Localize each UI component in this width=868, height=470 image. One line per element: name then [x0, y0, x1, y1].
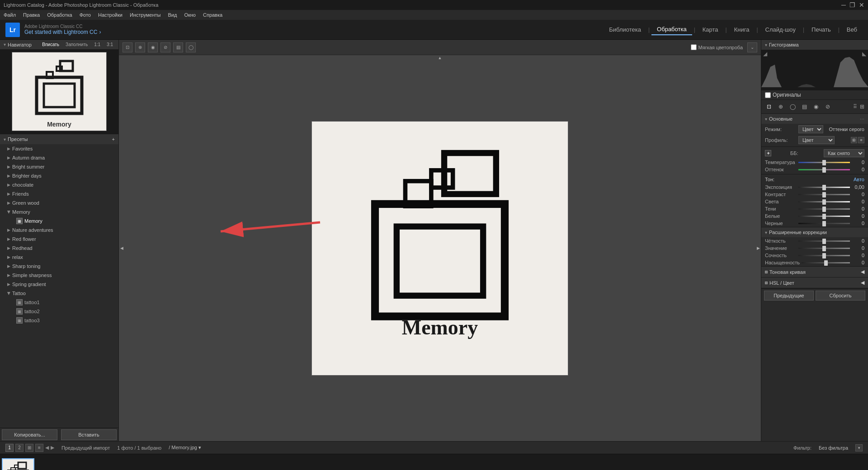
preset-group-autumn-header[interactable]: ▶ Autumn drama [0, 153, 118, 162]
highlights-slider[interactable] [798, 201, 850, 202]
preset-group-spring-header[interactable]: ▶ Spring gradient [0, 280, 118, 289]
nav-fill-btn[interactable]: Заполнить [64, 42, 90, 47]
blacks-slider[interactable] [798, 223, 850, 224]
nav-right-btn[interactable]: ▶ [51, 445, 54, 451]
exposure-slider[interactable] [798, 187, 850, 188]
top-panel-collapse[interactable]: ▲ [431, 55, 449, 61]
preset-group-friends-header[interactable]: ▶ Friends [0, 189, 118, 198]
nav-left-btn[interactable]: ◀ [45, 445, 49, 451]
close-button[interactable]: ✕ [859, 1, 864, 9]
nav-library[interactable]: Библиотека [604, 24, 646, 35]
temp-slider[interactable] [798, 162, 850, 163]
preset-group-sharp-toning-header[interactable]: ▶ Sharp toning [0, 262, 118, 271]
preset-item-tattoo2[interactable]: ▦ tattoo2 [0, 307, 118, 316]
preset-item-tattoo1[interactable]: ▦ tattoo1 [0, 298, 118, 307]
rt-brush-icon[interactable]: ◯ [788, 102, 797, 112]
minimize-button[interactable]: ─ [841, 1, 846, 9]
rt-gradient-icon[interactable]: ▤ [799, 102, 809, 112]
hist-left-arrow[interactable]: ◢ [763, 51, 767, 57]
profile-select[interactable]: Цвет [798, 136, 835, 144]
nav-slideshow[interactable]: Слайд-шоу [760, 24, 801, 35]
restore-button[interactable]: ❐ [849, 1, 855, 9]
crop-tool[interactable]: ⊡ [123, 42, 132, 52]
menu-settings[interactable]: Настройки [98, 12, 123, 18]
preset-group-greenwood-header[interactable]: ▶ Green wood [0, 198, 118, 207]
sat2-slider[interactable] [802, 262, 850, 263]
nav-book[interactable]: Книга [729, 24, 755, 35]
clarity-slider[interactable] [798, 240, 850, 242]
soft-proof-checkbox[interactable] [691, 44, 697, 50]
preset-group-nature-header[interactable]: ▶ Nature adventures [0, 226, 118, 235]
preset-group-tattoo-header[interactable]: ▶ Tattoo [0, 289, 118, 298]
filter-value[interactable]: Без фильтра [819, 445, 848, 451]
hsl-header[interactable]: HSL / Цвет ◀ [761, 277, 868, 288]
contrast-slider[interactable] [798, 194, 850, 195]
view1-btn[interactable]: 1 [5, 444, 14, 452]
nav-3to1-btn[interactable]: 3:1 [105, 42, 115, 47]
menu-window[interactable]: Окно [184, 12, 196, 18]
saturation-slider[interactable] [798, 255, 850, 256]
nav-web[interactable]: Веб [841, 24, 863, 35]
eyedropper-icon[interactable]: ✦ [765, 150, 771, 156]
preset-group-simple-sharpness-header[interactable]: ▶ Simple sharpness [0, 271, 118, 280]
menu-file[interactable]: Файл [4, 12, 16, 18]
nav-map[interactable]: Карта [697, 24, 724, 35]
originals-checkbox[interactable] [765, 92, 771, 98]
previous-button[interactable]: Предыдущие [764, 291, 814, 301]
preset-group-redflower-header[interactable]: ▶ Red flower [0, 235, 118, 244]
paste-button[interactable]: Вставить [61, 429, 117, 440]
window-controls[interactable]: ─ ❐ ✕ [841, 1, 864, 9]
preset-group-favorites-header[interactable]: ▶ Favorites [0, 144, 118, 153]
preset-group-memory-header[interactable]: ▶ Memory [0, 207, 118, 216]
presets-header[interactable]: ▾ Пресеты + [0, 134, 118, 144]
menu-develop[interactable]: Обработка [47, 12, 72, 18]
rt-crop-icon[interactable]: ⊡ [764, 102, 774, 112]
menu-photo[interactable]: Фото [80, 12, 91, 18]
view-expand-btn[interactable]: ⌄ [747, 42, 757, 52]
brush-tool[interactable]: ⊘ [160, 42, 170, 52]
eye-tool[interactable]: ◉ [148, 42, 158, 52]
vibrance-slider[interactable] [798, 248, 850, 249]
reset-button[interactable]: Сбросить [816, 291, 865, 301]
nav-print[interactable]: Печать [806, 24, 836, 35]
preset-group-bright-summer-header[interactable]: ▶ Bright summer [0, 162, 118, 171]
preset-group-redhead-header[interactable]: ▶ Redhead [0, 244, 118, 253]
left-panel-collapse[interactable]: ◀ [119, 239, 124, 257]
filmstrip-item-memory[interactable]: Memory [2, 458, 34, 470]
profile-grid-icon[interactable]: ⊞ [851, 137, 857, 143]
preset-group-chocolate-header[interactable]: ▶ chocolate [0, 180, 118, 189]
radial-tool[interactable]: ◯ [186, 42, 196, 52]
bb-select[interactable]: Как снято [824, 149, 864, 157]
grid-view-btn[interactable]: ⊞ [25, 444, 33, 452]
rt-dots-icon[interactable]: ⠿ [852, 102, 858, 112]
right-panel-collapse[interactable]: ▶ [755, 239, 761, 257]
filter-btn[interactable]: ▾ [855, 444, 863, 451]
tone-auto-btn[interactable]: Авто [854, 177, 864, 182]
preset-item-tattoo3[interactable]: ▦ tattoo3 [0, 316, 118, 325]
list-view-btn[interactable]: ≡ [35, 444, 43, 452]
nav-fit-btn[interactable]: Вписать [40, 42, 61, 47]
whites-slider[interactable] [798, 216, 850, 217]
rt-grid-icon[interactable]: ⊞ [859, 102, 865, 112]
view2-btn[interactable]: 2 [15, 444, 24, 452]
profile-list-icon[interactable]: ≡ [858, 137, 864, 143]
preset-group-brighter-header[interactable]: ▶ Brighter days [0, 171, 118, 180]
rt-radial-icon[interactable]: ◉ [811, 102, 821, 112]
navigator-header[interactable]: ▾ Навигатор Вписать Заполнить 1:1 3:1 [0, 40, 118, 49]
shadows-slider[interactable] [798, 208, 850, 210]
tint-slider[interactable] [798, 169, 850, 170]
presence-header[interactable]: ▾ Расширенные коррекции [761, 227, 868, 237]
basic-header[interactable]: ▾ Основные ⋯ [761, 114, 868, 124]
preset-item-memory[interactable]: ▦ Memory [0, 216, 118, 226]
rt-heal-icon[interactable]: ⊕ [776, 102, 786, 112]
menu-tools[interactable]: Инструменты [130, 12, 161, 18]
preset-group-relax-header[interactable]: ▶ relax [0, 253, 118, 262]
presets-add-icon[interactable]: + [112, 136, 115, 142]
menu-edit[interactable]: Правка [23, 12, 40, 18]
regime-select[interactable]: Цвет [798, 125, 823, 133]
heal-tool[interactable]: ⊕ [135, 42, 145, 52]
filename-label[interactable]: / Memory.jpg ▾ [169, 445, 201, 451]
hist-right-arrow[interactable]: ◣ [862, 51, 866, 57]
rt-redeye-icon[interactable]: ⊘ [823, 102, 833, 112]
get-started-link[interactable]: Get started with Lightroom CC › [24, 29, 101, 35]
